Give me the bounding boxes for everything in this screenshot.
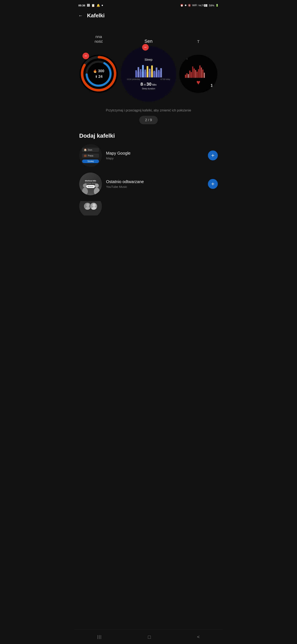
status-battery-icon: 🔋 <box>216 4 219 7</box>
sleep-duration-value: 8 <box>140 82 143 87</box>
svg-point-11 <box>92 207 96 210</box>
add-section-title: Dodaj kafelki <box>79 132 218 139</box>
yt-overlay: Workout Mix YouTube Music Browse <box>79 172 102 195</box>
maps-tile-name: Mapy Google <box>106 151 204 156</box>
hb-1 <box>185 75 186 78</box>
sleep-tile-wrapper: − Sleep <box>121 46 176 102</box>
sleep-bar-7 <box>149 69 151 78</box>
activity-tile[interactable]: 🔥 300 ⬆ 24 <box>80 55 118 93</box>
heart-chart <box>185 64 212 78</box>
third-tile-thumb <box>79 201 102 216</box>
sleep-times: 23:00 yesterday 07:36 today <box>127 78 170 80</box>
svg-point-10 <box>92 204 96 207</box>
yt-thumb-inner: Workout Mix YouTube Music Browse <box>79 172 102 195</box>
sleep-bar-9 <box>153 71 155 78</box>
yt-tile-subtitle: YouTube Music <box>106 185 204 188</box>
sleep-h: H <box>144 83 146 86</box>
sleep-bar-3 <box>140 69 141 78</box>
status-alarm-icon: ⏰ <box>180 4 183 7</box>
hb-8 <box>195 70 196 78</box>
tiles-row: − 🔥 300 <box>74 46 223 102</box>
hb-13 <box>202 70 203 78</box>
maps-search-btn[interactable]: Szukaj <box>82 160 99 163</box>
yt-tile-name: Ostatnio odtwarzane <box>106 179 204 184</box>
add-yt-button[interactable]: + <box>208 179 218 189</box>
sleep-bar-11 <box>158 70 160 78</box>
fire-icon: 🔥 <box>93 69 97 73</box>
status-right-area: ⏰ ✱ 🔇 WiFi VoLTE▊▊ 59% 🔋 <box>180 4 219 7</box>
nav-spacer <box>74 226 223 242</box>
yt-tile-info: Ostatnio odtwarzane YouTube Music <box>106 179 204 188</box>
tile-label-activity: nnaność <box>80 34 118 44</box>
maps-home-row: 🏠 Dom <box>82 148 99 152</box>
header: ← Kafelki <box>74 10 223 22</box>
hb-3 <box>188 74 189 78</box>
remove-sleep-button[interactable]: − <box>142 44 149 50</box>
third-tile-info <box>106 206 218 211</box>
sleep-bar-2 <box>138 67 139 78</box>
maps-work-icon: 💼 <box>84 154 87 157</box>
yt-source: YouTube Music <box>85 182 96 184</box>
maps-home-icon: 🏠 <box>84 148 87 151</box>
yt-music-tile-thumb: Workout Mix YouTube Music Browse <box>79 172 102 195</box>
status-dot-icon <box>102 5 103 6</box>
heart-icon: ♥ <box>196 79 200 86</box>
status-battery: 59% <box>209 4 214 7</box>
yt-title: Workout Mix <box>85 180 96 182</box>
maps-tile-subtitle: Mapy <box>106 156 204 160</box>
activity-content: 🔥 300 ⬆ 24 <box>93 69 104 79</box>
svg-point-9 <box>85 207 90 210</box>
status-time-area: 00:36 🖼 📋 🔔 <box>78 4 103 7</box>
status-wifi-icon: WiFi <box>192 4 197 7</box>
sleep-bar-8 <box>151 66 153 78</box>
maps-home-text: Dom <box>88 149 92 151</box>
third-tile-name <box>106 206 218 211</box>
svg-point-8 <box>86 204 89 207</box>
tile-label-sleep: Sen <box>121 38 176 44</box>
page-title: Kafelki <box>87 12 105 19</box>
sleep-start-time: 23:00 yesterday <box>127 78 140 80</box>
status-mute-icon: 🔇 <box>188 4 191 7</box>
activity-tile-wrapper: − 🔥 300 <box>80 55 118 93</box>
yt-browse-btn[interactable]: Browse <box>86 185 95 188</box>
sleep-end-time: 07:36 today <box>160 78 170 80</box>
hb-4 <box>189 70 190 78</box>
heart-tile[interactable]: 0 h 6 ♥ <box>179 55 217 93</box>
heart-tile-wrapper: 0 h 6 ♥ <box>179 55 217 93</box>
status-photo-icon: 🖼 <box>87 4 90 7</box>
sleep-min: Min <box>152 83 157 86</box>
sleep-tile[interactable]: Sleep <box>121 46 176 102</box>
sleep-bar-12 <box>160 68 162 78</box>
hb-6 <box>192 66 193 78</box>
tile-label-heart: T <box>179 40 217 44</box>
contacts-avatars <box>83 202 98 210</box>
sleep-chart <box>135 63 162 78</box>
counter-badge: 2 / 9 <box>139 116 158 124</box>
status-bell-icon: 🔔 <box>96 4 100 7</box>
add-maps-button[interactable]: + <box>208 150 218 160</box>
hb-12 <box>201 68 202 78</box>
sleep-min-value: 30 <box>146 82 151 87</box>
add-tiles-section: Dodaj kafelki 🏠 Dom 💼 Praca Szukaj Mapy … <box>74 126 223 226</box>
sleep-bar-1 <box>135 70 137 78</box>
status-bluetooth-icon: ✱ <box>185 4 187 7</box>
arrow-up-icon: ⬆ <box>95 75 98 79</box>
hb-14 <box>204 73 205 78</box>
maps-work-text: Praca <box>88 154 93 157</box>
sleep-bar-6 <box>147 66 148 78</box>
sleep-title: Sleep <box>145 58 152 61</box>
maps-tile-thumb: 🏠 Dom 💼 Praca Szukaj <box>79 144 102 167</box>
status-signal-icon: VoLTE▊▊ <box>198 4 208 6</box>
hint-text: Przytrzymaj i przeciągnij kafelki, aby z… <box>87 108 210 113</box>
sleep-bar-10 <box>156 68 157 78</box>
back-button[interactable]: ← <box>78 13 83 18</box>
hb-5 <box>191 72 192 78</box>
remove-activity-button[interactable]: − <box>82 53 89 59</box>
calories-row: 🔥 300 <box>93 69 104 73</box>
hb-10 <box>198 69 199 78</box>
status-message-icon: 📋 <box>91 4 95 7</box>
hint-section: Przytrzymaj i przeciągnij kafelki, aby z… <box>74 106 223 126</box>
maps-work-row: 💼 Praca <box>82 154 99 158</box>
yt-music-tile-item: Workout Mix YouTube Music Browse Ostatni… <box>79 172 218 195</box>
maps-thumb-inner: 🏠 Dom 💼 Praca Szukaj <box>79 144 102 167</box>
